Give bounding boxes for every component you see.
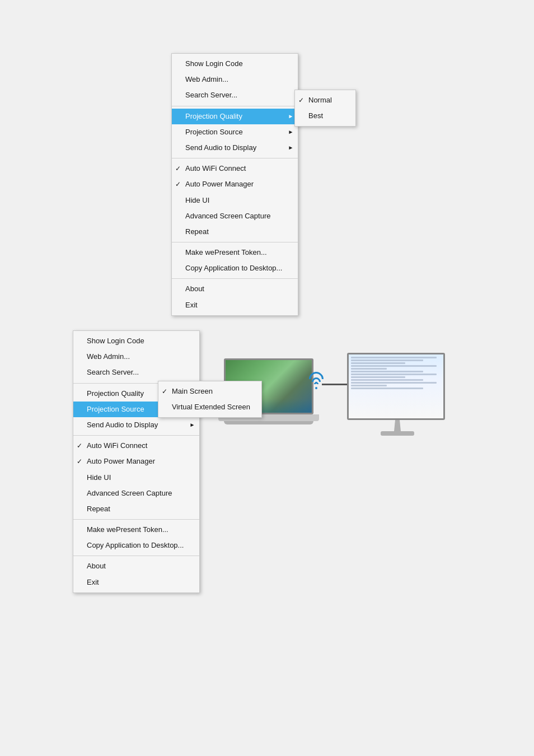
separator-1 xyxy=(172,106,298,106)
menu2-exit-label: Exit xyxy=(87,577,99,587)
monitor-line xyxy=(351,388,423,389)
menu1-exit-label: Exit xyxy=(185,300,198,310)
menu2-make-token[interactable]: Make wePresent Token... xyxy=(73,522,199,538)
checkmark-icon: ✓ xyxy=(175,164,181,174)
menu1-send-audio[interactable]: Send Audio to Display ► xyxy=(172,140,298,156)
menu2-projection-source-label: Projection Source xyxy=(87,404,144,414)
submenu-virtual-extended[interactable]: Virtual Extended Screen xyxy=(158,399,261,415)
monitor-screen xyxy=(347,353,445,420)
menu1-search-server[interactable]: Search Server... xyxy=(172,87,298,103)
arrow-icon: ► xyxy=(190,421,195,429)
menu2-hide-ui-label: Hide UI xyxy=(87,473,111,483)
menu1-about[interactable]: About xyxy=(172,281,298,297)
monitor-base xyxy=(381,431,414,436)
arrow-icon: ► xyxy=(288,128,294,136)
monitor-line xyxy=(351,365,437,367)
menu1-hide-ui[interactable]: Hide UI xyxy=(172,193,298,208)
monitor-illustration xyxy=(347,353,448,442)
submenu-quality-normal[interactable]: ✓ Normal xyxy=(295,92,355,108)
menu2-web-admin[interactable]: Web Admin... xyxy=(73,349,199,365)
monitor-screen-content xyxy=(349,354,443,418)
submenu-source-2: ✓ Main Screen Virtual Extended Screen xyxy=(158,381,262,418)
menu2-send-audio[interactable]: Send Audio to Display ► xyxy=(73,417,199,433)
monitor-line xyxy=(351,379,423,381)
menu1-projection-quality[interactable]: Projection Quality ► xyxy=(172,109,298,124)
menu1-projection-source-label: Projection Source xyxy=(185,127,243,137)
menu2-copy-app[interactable]: Copy Application to Desktop... xyxy=(73,538,199,553)
menu2-hide-ui[interactable]: Hide UI xyxy=(73,470,199,486)
separator-4 xyxy=(172,278,298,279)
menu2-show-login-code[interactable]: Show Login Code xyxy=(73,333,199,349)
menu1-exit[interactable]: Exit xyxy=(172,297,298,313)
menu2-auto-power[interactable]: ✓ Auto Power Manager xyxy=(73,454,199,469)
menu2-about-label: About xyxy=(87,561,106,571)
monitor-line xyxy=(351,371,423,372)
menu2-auto-wifi[interactable]: ✓ Auto WiFi Connect xyxy=(73,438,199,454)
submenu-quality-best[interactable]: Best xyxy=(295,108,355,124)
menu2-advanced-capture-label: Advanced Screen Capture xyxy=(87,488,172,498)
separator-6 xyxy=(73,435,199,436)
checkmark-icon: ✓ xyxy=(77,441,82,451)
menu1-hide-ui-label: Hide UI xyxy=(185,195,209,206)
menu2-auto-power-label: Auto Power Manager xyxy=(87,456,155,466)
menu1-projection-quality-label: Projection Quality xyxy=(185,111,242,122)
submenu-quality-1: ✓ Normal Best xyxy=(294,90,356,127)
menu2-exit[interactable]: Exit xyxy=(73,575,199,590)
checkmark-icon: ✓ xyxy=(162,387,167,396)
menu1-advanced-capture[interactable]: Advanced Screen Capture xyxy=(172,208,298,224)
menu2-show-login-code-label: Show Login Code xyxy=(87,336,144,346)
menu1-show-login-code-label: Show Login Code xyxy=(185,59,243,69)
menu1-search-server-label: Search Server... xyxy=(185,90,237,100)
submenu-main-screen[interactable]: ✓ Main Screen xyxy=(158,384,261,399)
monitor-line xyxy=(351,357,437,358)
monitor-line xyxy=(351,360,423,361)
monitor-stand xyxy=(392,420,403,431)
menu1-repeat[interactable]: Repeat xyxy=(172,224,298,240)
submenu-normal-label: Normal xyxy=(308,95,332,105)
monitor-line xyxy=(351,376,405,378)
menu1-show-login-code[interactable]: Show Login Code xyxy=(172,56,298,72)
menu2-advanced-capture[interactable]: Advanced Screen Capture xyxy=(73,486,199,501)
monitor-line xyxy=(351,382,437,384)
context-menu-1: Show Login Code Web Admin... Search Serv… xyxy=(171,53,298,316)
monitor-line xyxy=(351,374,437,375)
menu1-about-label: About xyxy=(185,284,204,294)
menu1-auto-power[interactable]: ✓ Auto Power Manager xyxy=(172,176,298,192)
submenu-virtual-extended-label: Virtual Extended Screen xyxy=(172,402,250,412)
wifi-signal-icon xyxy=(305,370,327,389)
arrow-icon: ► xyxy=(288,144,294,152)
menu2-repeat[interactable]: Repeat xyxy=(73,501,199,517)
menu2-about[interactable]: About xyxy=(73,558,199,574)
menu1-copy-app-label: Copy Application to Desktop... xyxy=(185,263,282,273)
menu1-web-admin[interactable]: Web Admin... xyxy=(172,72,298,87)
menu1-repeat-label: Repeat xyxy=(185,227,209,237)
menu1-make-token[interactable]: Make wePresent Token... xyxy=(172,245,298,260)
menu1-auto-power-label: Auto Power Manager xyxy=(185,179,254,189)
arrow-icon: ► xyxy=(288,113,294,120)
separator-8 xyxy=(73,556,199,556)
menu2-make-token-label: Make wePresent Token... xyxy=(87,525,168,535)
menu1-send-audio-label: Send Audio to Display xyxy=(185,143,256,153)
checkmark-icon: ✓ xyxy=(298,96,304,105)
menu1-copy-app[interactable]: Copy Application to Desktop... xyxy=(172,260,298,276)
menu1-projection-source[interactable]: Projection Source ► xyxy=(172,124,298,140)
submenu-main-screen-label: Main Screen xyxy=(172,386,213,396)
menu1-advanced-capture-label: Advanced Screen Capture xyxy=(185,211,270,221)
menu2-projection-quality-label: Projection Quality xyxy=(87,389,144,399)
menu2-search-server[interactable]: Search Server... xyxy=(73,365,199,380)
context-menu-2: Show Login Code Web Admin... Search Serv… xyxy=(73,330,200,593)
menu1-make-token-label: Make wePresent Token... xyxy=(185,248,267,258)
separator-2 xyxy=(172,158,298,158)
monitor-line xyxy=(351,362,405,364)
menu1-auto-wifi-label: Auto WiFi Connect xyxy=(185,164,246,174)
separator-3 xyxy=(172,242,298,242)
checkmark-icon: ✓ xyxy=(175,180,181,189)
monitor-line xyxy=(351,385,387,386)
checkmark-icon: ✓ xyxy=(77,457,82,466)
separator-7 xyxy=(73,519,199,520)
menu1-auto-wifi[interactable]: ✓ Auto WiFi Connect xyxy=(172,161,298,176)
menu2-repeat-label: Repeat xyxy=(87,504,110,514)
submenu-best-label: Best xyxy=(308,111,323,121)
wifi-dot xyxy=(315,387,317,389)
connection-arrow-icon xyxy=(322,384,350,385)
